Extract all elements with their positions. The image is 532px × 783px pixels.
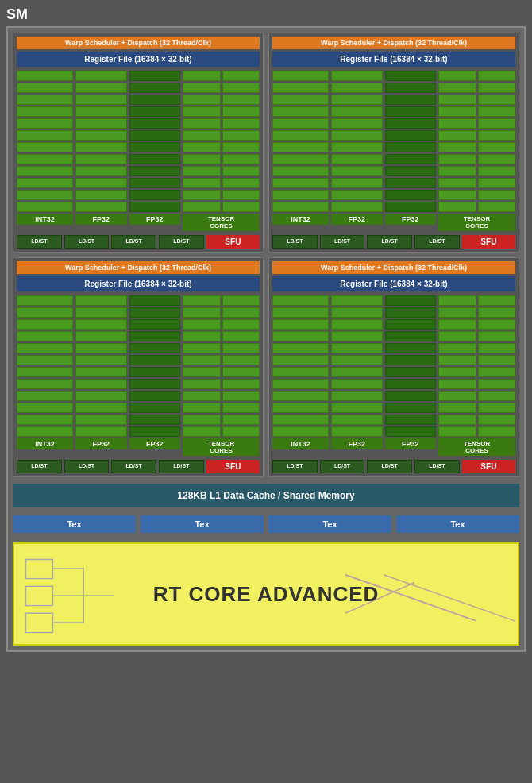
fp32-1-label-tr: FP32 [331, 214, 383, 225]
bottom-row-bl: LD/ST LD/ST LD/ST LD/ST SFU [17, 460, 260, 473]
ldst-4-bl: LD/ST [159, 460, 204, 473]
cores-area-br: INT32 [272, 295, 515, 456]
fp32-1-label-tl: FP32 [75, 214, 127, 225]
tensor-block-br: TENSOR CORES [438, 295, 515, 456]
ldst-1-br: LD/ST [272, 460, 318, 473]
sfu-tl: SFU [206, 235, 260, 249]
cores-area-bl: INT32 [17, 295, 260, 456]
tensor-label-bl: TENSOR CORES [183, 438, 260, 456]
int32-label-br: INT32 [272, 438, 329, 449]
int32-label-tr: INT32 [272, 214, 329, 225]
l1-cache: 128KB L1 Data Cache / Shared Memory [13, 484, 519, 507]
int32-block-br: INT32 [272, 295, 329, 456]
warp-scheduler-br: Warp Scheduler + Dispatch (32 Thread/Clk… [272, 261, 515, 274]
svg-line-9 [384, 575, 515, 621]
int32-block-tr: INT32 [272, 71, 329, 231]
ldst-1-tr: LD/ST [272, 235, 318, 249]
quadrant-bottom-right: Warp Scheduler + Dispatch (32 Thread/Clk… [268, 257, 519, 477]
ldst-4-tl: LD/ST [159, 235, 204, 249]
quadrant-bottom-left: Warp Scheduler + Dispatch (32 Thread/Clk… [13, 257, 264, 477]
bottom-row-tr: LD/ST LD/ST LD/ST LD/ST SFU [272, 235, 515, 249]
ldst-4-tr: LD/ST [414, 235, 460, 249]
fp32-1-block-bl: FP32 [75, 295, 127, 456]
svg-rect-2 [26, 613, 53, 632]
tensor-label-br: TENSOR CORES [438, 438, 515, 456]
fp32-2-block-bl: FP32 [129, 295, 181, 456]
ldst-2-bl: LD/ST [64, 460, 110, 473]
bottom-quadrant-row: Warp Scheduler + Dispatch (32 Thread/Clk… [13, 257, 519, 477]
fp32-1-block-br: FP32 [331, 295, 383, 456]
register-file-br: Register File (16384 × 32-bit) [272, 276, 515, 291]
ldst-1-tl: LD/ST [17, 235, 62, 249]
ldst-2-tr: LD/ST [320, 235, 365, 249]
sm-label: SM [6, 6, 526, 23]
bottom-row-br: LD/ST LD/ST LD/ST LD/ST SFU [272, 460, 515, 473]
fp32-2-label-br: FP32 [385, 438, 437, 449]
rt-core-section: RT CORE ADVANCED [13, 542, 519, 646]
fp32-1-block-tl: FP32 [75, 71, 127, 231]
sfu-tr: SFU [462, 235, 515, 249]
rt-core-label: RT CORE ADVANCED [153, 582, 380, 607]
fp32-2-block-br: FP32 [385, 295, 437, 456]
fp32-2-label-bl: FP32 [129, 438, 181, 449]
quadrant-top-left: Warp Scheduler + Dispatch (32 Thread/Clk… [13, 33, 264, 253]
ldst-1-bl: LD/ST [17, 460, 62, 473]
fp32-2-label-tl: FP32 [129, 214, 181, 225]
tensor-block-tl: TENSOR CORES [183, 71, 260, 231]
int32-block-bl: INT32 [17, 295, 73, 456]
register-file-tr: Register File (16384 × 32-bit) [272, 52, 515, 67]
fp32-1-block-tr: FP32 [331, 71, 383, 231]
tensor-label-tr: TENSOR CORES [438, 214, 515, 231]
register-file-tl: Register File (16384 × 32-bit) [17, 52, 260, 67]
tex-1: Tex [13, 515, 136, 533]
bottom-row-tl: LD/ST LD/ST LD/ST LD/ST SFU [17, 235, 260, 249]
tensor-label-tl: TENSOR CORES [183, 214, 260, 231]
fp32-1-label-br: FP32 [331, 438, 383, 449]
warp-scheduler-tr: Warp Scheduler + Dispatch (32 Thread/Clk… [272, 37, 515, 49]
quadrant-top-right: Warp Scheduler + Dispatch (32 Thread/Clk… [268, 33, 519, 253]
cores-area-tr: INT32 [272, 71, 515, 231]
tex-2: Tex [141, 515, 264, 533]
ldst-3-br: LD/ST [367, 460, 412, 473]
int32-label-bl: INT32 [17, 438, 73, 449]
tex-3: Tex [268, 515, 391, 533]
fp32-1-label-bl: FP32 [75, 438, 127, 449]
ldst-4-br: LD/ST [414, 460, 460, 473]
tensor-block-bl: TENSOR CORES [183, 295, 260, 456]
svg-rect-1 [26, 586, 53, 605]
ldst-2-br: LD/ST [320, 460, 365, 473]
sfu-bl: SFU [206, 460, 260, 473]
svg-rect-0 [26, 559, 53, 578]
sfu-br: SFU [462, 460, 515, 473]
int32-label-tl: INT32 [17, 214, 73, 225]
int32-block-tl: INT32 [17, 71, 73, 231]
ldst-2-tl: LD/ST [64, 235, 110, 249]
ldst-3-tl: LD/ST [111, 235, 156, 249]
fp32-2-block-tl: FP32 [129, 71, 181, 231]
warp-scheduler-bl: Warp Scheduler + Dispatch (32 Thread/Clk… [17, 261, 260, 274]
warp-scheduler-tl: Warp Scheduler + Dispatch (32 Thread/Clk… [17, 37, 260, 49]
ldst-3-bl: LD/ST [111, 460, 156, 473]
fp32-2-label-tr: FP32 [385, 214, 437, 225]
cores-area-tl: INT32 [17, 71, 260, 231]
fp32-2-block-tr: FP32 [385, 71, 437, 231]
register-file-bl: Register File (16384 × 32-bit) [17, 276, 260, 291]
tex-4: Tex [396, 515, 519, 533]
tex-row: Tex Tex Tex Tex [13, 515, 519, 533]
tensor-block-tr: TENSOR CORES [438, 71, 515, 231]
sm-container: Warp Scheduler + Dispatch (32 Thread/Clk… [6, 26, 526, 652]
top-quadrant-row: Warp Scheduler + Dispatch (32 Thread/Clk… [13, 33, 519, 253]
ldst-3-tr: LD/ST [367, 235, 412, 249]
